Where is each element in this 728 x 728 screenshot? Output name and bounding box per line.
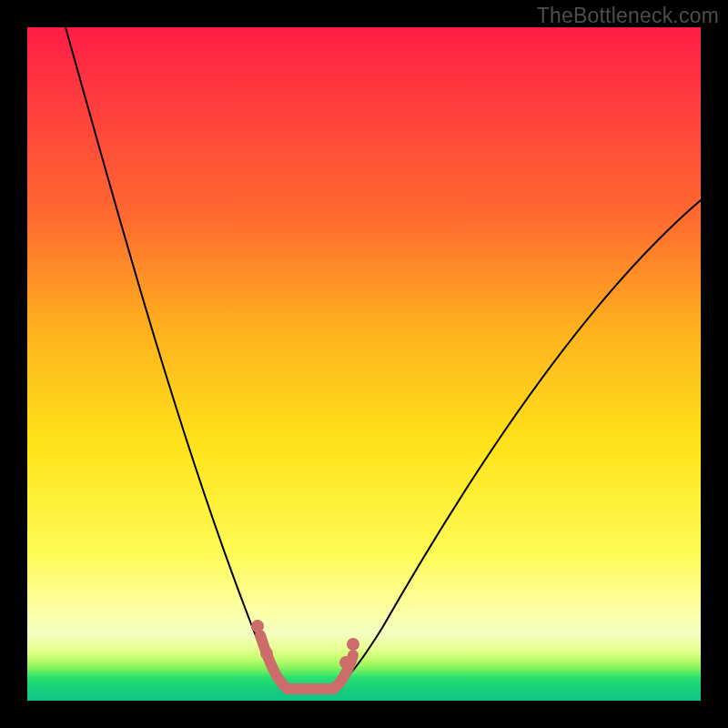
chart-frame: TheBottleneck.com	[0, 0, 728, 728]
bottleneck-curve	[66, 27, 701, 688]
watermark-text: TheBottleneck.com	[537, 4, 719, 28]
chart-svg	[27, 27, 701, 701]
marker-dot	[339, 656, 352, 669]
marker-dot	[347, 638, 359, 651]
marker-dot	[251, 620, 264, 632]
marker-dot	[260, 647, 273, 660]
curve-flat-marker	[260, 635, 353, 689]
